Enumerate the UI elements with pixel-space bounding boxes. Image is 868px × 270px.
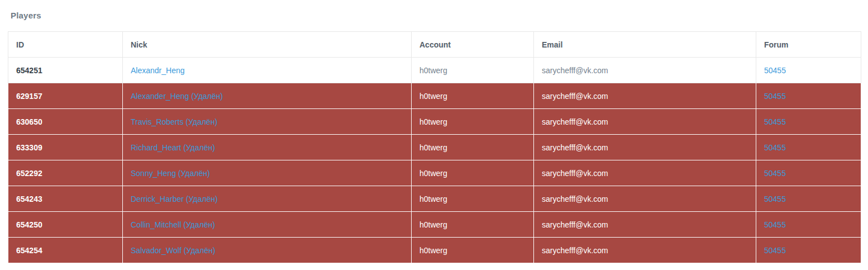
nick-cell: Salvador_Wolf (Удалён) (123, 238, 412, 263)
nick-link[interactable]: Derrick_Harber (Удалён) (131, 195, 218, 203)
account-cell: h0twerg (412, 109, 534, 135)
player-row: 629157Alexander_Heng (Удалён)h0twergsary… (8, 83, 861, 109)
email-cell: sarychefff@vk.com (534, 186, 756, 212)
id-cell: 654250 (8, 212, 123, 238)
table-body: 654251Alexandr_Hengh0twergsarychefff@vk.… (8, 58, 861, 263)
player-row: 652292Sonny_Heng (Удалён)h0twergsarychef… (8, 160, 861, 186)
column-header-forum: Forum (756, 32, 861, 58)
forum-link[interactable]: 50455 (764, 92, 786, 101)
account-cell: h0twerg (412, 238, 534, 263)
email-cell: sarychefff@vk.com (534, 58, 756, 83)
account-cell: h0twerg (412, 160, 534, 186)
nick-link[interactable]: Alexandr_Heng (131, 66, 185, 75)
forum-link[interactable]: 50455 (764, 246, 786, 255)
nick-cell: Collin_Mitchell (Удалён) (123, 212, 412, 238)
forum-cell: 50455 (756, 58, 861, 83)
page-content: Players IDNickAccountEmailForum 654251Al… (0, 0, 868, 263)
forum-link[interactable]: 50455 (764, 220, 786, 229)
account-cell: h0twerg (412, 135, 534, 160)
email-cell: sarychefff@vk.com (534, 160, 756, 186)
nick-link[interactable]: Salvador_Wolf (Удалён) (131, 246, 215, 255)
account-cell: h0twerg (412, 58, 534, 83)
nick-cell: Travis_Roberts (Удалён) (123, 109, 412, 135)
nick-link[interactable]: Alexander_Heng (Удалён) (131, 92, 223, 101)
email-cell: sarychefff@vk.com (534, 135, 756, 160)
player-row: 630650Travis_Roberts (Удалён)h0twergsary… (8, 109, 861, 135)
nick-cell: Alexandr_Heng (123, 58, 412, 83)
forum-link[interactable]: 50455 (764, 169, 786, 178)
account-cell: h0twerg (412, 186, 534, 212)
column-header-id: ID (8, 32, 123, 58)
player-row: 654251Alexandr_Hengh0twergsarychefff@vk.… (8, 58, 861, 83)
account-cell: h0twerg (412, 83, 534, 109)
nick-link[interactable]: Collin_Mitchell (Удалён) (131, 220, 215, 229)
id-cell: 630650 (8, 109, 123, 135)
forum-link[interactable]: 50455 (764, 66, 786, 75)
table-header-row: IDNickAccountEmailForum (8, 32, 861, 58)
player-row: 633309Richard_Heart (Удалён)h0twergsaryc… (8, 135, 861, 160)
forum-cell: 50455 (756, 212, 861, 238)
forum-link[interactable]: 50455 (764, 117, 786, 126)
nick-cell: Sonny_Heng (Удалён) (123, 160, 412, 186)
players-table: IDNickAccountEmailForum 654251Alexandr_H… (8, 31, 861, 263)
column-header-account: Account (412, 32, 534, 58)
forum-cell: 50455 (756, 83, 861, 109)
nick-link[interactable]: Richard_Heart (Удалён) (131, 143, 215, 152)
forum-cell: 50455 (756, 135, 861, 160)
id-cell: 654251 (8, 58, 123, 83)
forum-cell: 50455 (756, 186, 861, 212)
player-row: 654254Salvador_Wolf (Удалён)h0twergsaryc… (8, 238, 861, 263)
page-title: Players (11, 11, 861, 20)
email-cell: sarychefff@vk.com (534, 212, 756, 238)
forum-link[interactable]: 50455 (764, 195, 786, 203)
column-header-nick: Nick (123, 32, 412, 58)
nick-link[interactable]: Travis_Roberts (Удалён) (131, 117, 217, 126)
nick-cell: Derrick_Harber (Удалён) (123, 186, 412, 212)
nick-cell: Richard_Heart (Удалён) (123, 135, 412, 160)
email-cell: sarychefff@vk.com (534, 238, 756, 263)
forum-link[interactable]: 50455 (764, 143, 786, 152)
forum-cell: 50455 (756, 160, 861, 186)
id-cell: 654254 (8, 238, 123, 263)
id-cell: 654243 (8, 186, 123, 212)
nick-link[interactable]: Sonny_Heng (Удалён) (131, 169, 210, 178)
nick-cell: Alexander_Heng (Удалён) (123, 83, 412, 109)
id-cell: 652292 (8, 160, 123, 186)
forum-cell: 50455 (756, 238, 861, 263)
forum-cell: 50455 (756, 109, 861, 135)
email-cell: sarychefff@vk.com (534, 109, 756, 135)
account-cell: h0twerg (412, 212, 534, 238)
id-cell: 633309 (8, 135, 123, 160)
id-cell: 629157 (8, 83, 123, 109)
player-row: 654250Collin_Mitchell (Удалён)h0twergsar… (8, 212, 861, 238)
email-cell: sarychefff@vk.com (534, 83, 756, 109)
player-row: 654243Derrick_Harber (Удалён)h0twergsary… (8, 186, 861, 212)
column-header-email: Email (534, 32, 756, 58)
